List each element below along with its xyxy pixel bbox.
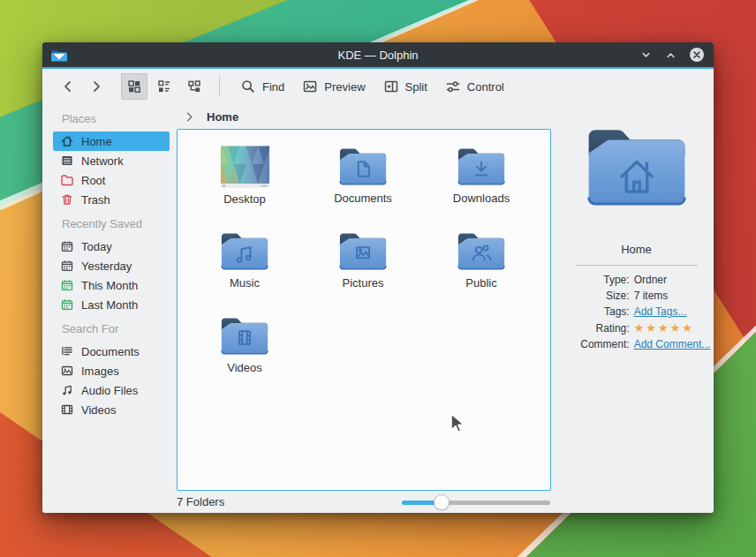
folder-view[interactable]: Desktop Documents — [177, 129, 551, 491]
sidebar-item-label: Root — [81, 174, 105, 187]
info-rating-label: Rating: — [563, 322, 630, 335]
folder-pictures[interactable]: Pictures — [304, 226, 422, 311]
section-title-places: Places — [62, 112, 177, 125]
sidebar-item-label: Last Month — [81, 298, 138, 312]
control-sliders-icon — [445, 79, 461, 94]
calendar-icon — [60, 239, 74, 253]
sidebar-item-label: Audio Files — [81, 384, 138, 397]
root-folder-icon — [60, 173, 74, 187]
preview-button[interactable]: Preview — [293, 73, 374, 100]
control-button[interactable]: Control — [436, 73, 513, 100]
sidebar-item-videos[interactable]: Videos — [53, 400, 170, 419]
sidebar-item-home[interactable]: Home — [53, 132, 170, 151]
info-comment-label: Comment: — [563, 338, 630, 350]
compact-view-button[interactable] — [151, 73, 178, 100]
sidebar-item-label: This Month — [81, 279, 138, 292]
breadcrumb-location[interactable]: Home — [207, 110, 238, 124]
image-icon — [60, 364, 74, 378]
sidebar-item-root[interactable]: Root — [53, 170, 170, 190]
sidebar-item-audio-files[interactable]: Audio Files — [53, 380, 170, 400]
breadcrumb[interactable]: Home — [177, 104, 559, 129]
forward-button[interactable] — [82, 73, 110, 100]
preview-label: Preview — [324, 80, 365, 94]
folder-videos-icon — [220, 315, 269, 357]
folder-music-icon — [220, 230, 269, 272]
folder-label: Downloads — [453, 192, 510, 205]
add-tags-link[interactable]: Add Tags... — [634, 305, 711, 318]
info-size-label: Size: — [563, 290, 630, 302]
film-icon — [60, 403, 74, 417]
find-label: Find — [262, 80, 284, 94]
folder-label: Videos — [227, 361, 262, 374]
home-icon — [60, 134, 74, 148]
sidebar-item-documents[interactable]: Documents — [53, 342, 170, 361]
sidebar-item-yesterday[interactable]: Yesterday — [53, 256, 170, 275]
folder-downloads[interactable]: Downloads — [422, 141, 541, 226]
chevron-right-icon — [183, 110, 196, 124]
folder-desktop[interactable]: Desktop — [185, 141, 304, 226]
folder-documents-icon — [338, 146, 388, 187]
info-type-label: Type: — [563, 274, 630, 286]
split-icon — [383, 79, 399, 94]
info-title: Home — [621, 243, 652, 256]
trash-icon — [60, 192, 74, 207]
icons-view-button[interactable] — [121, 73, 147, 100]
sidebar-item-label: Network — [81, 154, 124, 168]
sidebar-item-images[interactable]: Images — [53, 361, 170, 380]
preview-icon — [302, 79, 318, 94]
zoom-slider[interactable] — [402, 494, 550, 510]
find-button[interactable]: Find — [231, 73, 293, 100]
titlebar[interactable]: KDE — Dolphin — [42, 42, 714, 67]
folder-public[interactable]: Public — [422, 226, 541, 311]
sidebar-item-last-month[interactable]: Last Month — [53, 295, 170, 314]
back-button[interactable] — [54, 73, 82, 100]
control-label: Control — [467, 80, 504, 94]
folder-label: Desktop — [223, 192, 266, 206]
places-panel: Places Home Network — [42, 104, 177, 491]
sidebar-item-label: Images — [81, 365, 119, 378]
folder-documents[interactable]: Documents — [304, 141, 422, 226]
audio-note-icon — [60, 383, 74, 397]
folder-label: Documents — [334, 192, 392, 205]
minimize-button[interactable] — [639, 49, 653, 62]
maximize-button[interactable] — [664, 49, 677, 62]
sidebar-item-label: Yesterday — [81, 260, 132, 273]
folder-public-icon — [457, 230, 506, 272]
desktop-preview-thumbnail — [220, 146, 270, 188]
calendar-green-icon — [60, 278, 74, 292]
folder-videos[interactable]: Videos — [185, 311, 304, 395]
folder-pictures-icon — [338, 230, 388, 272]
folder-downloads-icon — [457, 146, 506, 187]
add-comment-link[interactable]: Add Comment... — [634, 338, 711, 350]
sidebar-item-label: Today — [81, 240, 112, 253]
search-icon — [240, 79, 256, 94]
sidebar-item-label: Home — [81, 135, 112, 148]
desktop-background: KDE — Dolphin — [0, 0, 756, 557]
home-folder-preview-icon — [586, 124, 688, 210]
document-lines-icon — [60, 344, 74, 358]
info-divider — [576, 265, 698, 266]
window-title: KDE — Dolphin — [42, 49, 714, 62]
rating-stars[interactable]: ★★★★★ — [634, 321, 711, 335]
section-title-recently-saved: Recently Saved — [62, 217, 177, 230]
info-tags-label: Tags: — [563, 305, 630, 318]
calendar-icon — [60, 259, 74, 273]
sidebar-item-network[interactable]: Network — [53, 151, 170, 170]
information-panel: Home Type: Ordner Size: 7 items Tags: Ad… — [559, 104, 714, 491]
folder-label: Pictures — [343, 276, 384, 290]
info-type-value: Ordner — [634, 274, 711, 286]
details-view-button[interactable] — [181, 73, 208, 100]
close-button[interactable] — [689, 47, 705, 63]
folder-label: Music — [230, 276, 260, 290]
split-button[interactable]: Split — [374, 73, 436, 100]
status-bar: 7 Folders — [42, 491, 714, 513]
split-label: Split — [405, 80, 427, 94]
folder-music[interactable]: Music — [185, 226, 304, 311]
folder-label: Public — [465, 276, 496, 290]
sidebar-item-trash[interactable]: Trash — [53, 190, 170, 209]
dolphin-window: KDE — Dolphin — [42, 42, 714, 513]
sidebar-item-today[interactable]: Today — [53, 237, 170, 256]
zoom-slider-handle[interactable] — [434, 494, 450, 510]
network-icon — [60, 154, 74, 168]
sidebar-item-this-month[interactable]: This Month — [53, 275, 170, 295]
